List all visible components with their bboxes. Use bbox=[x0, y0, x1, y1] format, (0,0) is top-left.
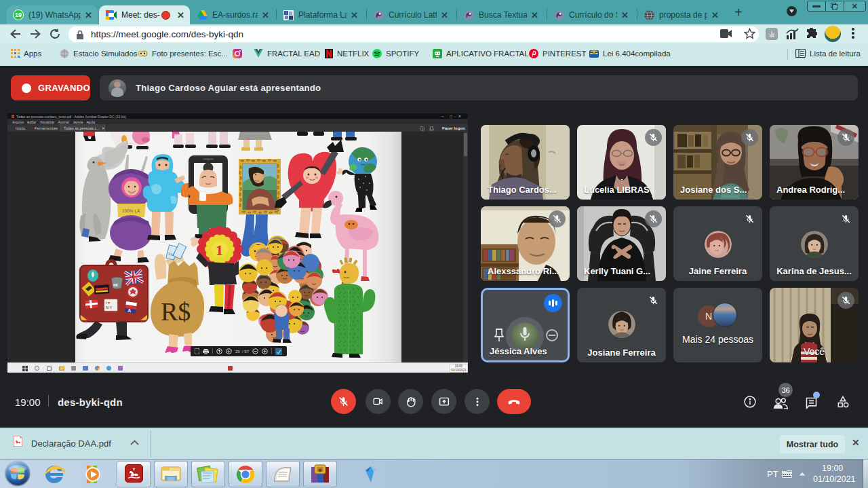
svg-text:R$: R$ bbox=[161, 297, 191, 326]
svg-text:N Y: N Y bbox=[106, 305, 112, 309]
svg-text:100% LÃ: 100% LÃ bbox=[122, 208, 140, 214]
svg-text:66: 66 bbox=[113, 283, 118, 287]
svg-text:A: A bbox=[127, 307, 132, 313]
svg-text:1: 1 bbox=[216, 242, 223, 259]
svg-text:I ♥: I ♥ bbox=[106, 301, 110, 305]
